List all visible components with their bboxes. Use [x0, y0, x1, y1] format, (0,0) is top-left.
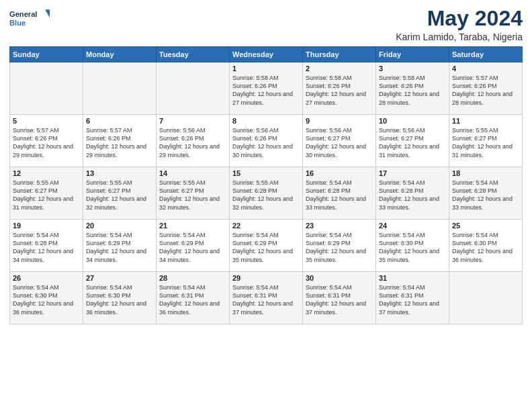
day-number: 7	[159, 117, 226, 125]
main-title: May 2024	[396, 7, 523, 30]
header: General Blue May 2024 Karim Lamido, Tara…	[9, 7, 523, 42]
cell-info: Sunrise: 5:54 AM Sunset: 6:31 PM Dayligh…	[379, 283, 446, 316]
calendar-cell: 16Sunrise: 5:54 AM Sunset: 6:28 PM Dayli…	[303, 167, 376, 220]
day-number: 8	[232, 117, 300, 125]
day-number: 3	[379, 64, 446, 73]
day-number: 18	[452, 169, 519, 177]
header-day-thursday: Thursday	[303, 47, 376, 62]
calendar-cell: 3Sunrise: 5:58 AM Sunset: 6:26 PM Daylig…	[376, 62, 449, 115]
calendar-cell: 25Sunrise: 5:54 AM Sunset: 6:30 PM Dayli…	[449, 220, 523, 272]
day-number: 10	[379, 117, 446, 125]
day-number: 1	[232, 64, 300, 73]
day-number: 16	[306, 169, 373, 177]
cell-info: Sunrise: 5:58 AM Sunset: 6:26 PM Dayligh…	[379, 74, 446, 107]
cell-info: Sunrise: 5:54 AM Sunset: 6:30 PM Dayligh…	[452, 231, 519, 264]
day-number: 24	[379, 222, 446, 230]
day-number: 28	[159, 274, 226, 282]
header-day-saturday: Saturday	[449, 47, 523, 62]
week-row-2: 5Sunrise: 5:57 AM Sunset: 6:26 PM Daylig…	[10, 115, 523, 167]
calendar-cell: 21Sunrise: 5:54 AM Sunset: 6:29 PM Dayli…	[157, 220, 230, 272]
calendar-cell: 29Sunrise: 5:54 AM Sunset: 6:31 PM Dayli…	[230, 272, 303, 324]
header-day-sunday: Sunday	[10, 47, 83, 62]
calendar-cell	[157, 62, 230, 115]
cell-info: Sunrise: 5:56 AM Sunset: 6:26 PM Dayligh…	[159, 126, 226, 159]
calendar-cell: 24Sunrise: 5:54 AM Sunset: 6:30 PM Dayli…	[376, 220, 449, 272]
calendar-table: SundayMondayTuesdayWednesdayThursdayFrid…	[9, 46, 523, 324]
calendar-cell: 14Sunrise: 5:55 AM Sunset: 6:27 PM Dayli…	[157, 167, 230, 220]
header-day-wednesday: Wednesday	[230, 47, 303, 62]
day-number: 23	[306, 222, 373, 230]
svg-marker-2	[45, 9, 50, 17]
svg-text:General: General	[9, 10, 37, 18]
calendar-cell: 23Sunrise: 5:54 AM Sunset: 6:29 PM Dayli…	[303, 220, 376, 272]
header-row: SundayMondayTuesdayWednesdayThursdayFrid…	[10, 47, 523, 62]
calendar-cell	[449, 272, 523, 324]
day-number: 11	[452, 117, 519, 125]
calendar-cell: 7Sunrise: 5:56 AM Sunset: 6:26 PM Daylig…	[157, 115, 230, 167]
cell-info: Sunrise: 5:54 AM Sunset: 6:30 PM Dayligh…	[13, 283, 80, 316]
day-number: 22	[232, 222, 300, 230]
day-number: 9	[306, 117, 373, 125]
week-row-1: 1Sunrise: 5:58 AM Sunset: 6:26 PM Daylig…	[10, 62, 523, 115]
cell-info: Sunrise: 5:54 AM Sunset: 6:30 PM Dayligh…	[379, 231, 446, 264]
header-day-friday: Friday	[376, 47, 449, 62]
cell-info: Sunrise: 5:54 AM Sunset: 6:31 PM Dayligh…	[232, 283, 300, 316]
cell-info: Sunrise: 5:54 AM Sunset: 6:29 PM Dayligh…	[232, 231, 300, 264]
day-number: 15	[232, 169, 300, 177]
week-row-3: 12Sunrise: 5:55 AM Sunset: 6:27 PM Dayli…	[10, 167, 523, 220]
calendar-cell: 15Sunrise: 5:55 AM Sunset: 6:28 PM Dayli…	[230, 167, 303, 220]
calendar-cell: 31Sunrise: 5:54 AM Sunset: 6:31 PM Dayli…	[376, 272, 449, 324]
page: General Blue May 2024 Karim Lamido, Tara…	[0, 0, 532, 411]
cell-info: Sunrise: 5:57 AM Sunset: 6:26 PM Dayligh…	[86, 126, 153, 159]
subtitle: Karim Lamido, Taraba, Nigeria	[396, 32, 523, 42]
calendar-cell	[83, 62, 157, 115]
cell-info: Sunrise: 5:57 AM Sunset: 6:26 PM Dayligh…	[13, 126, 80, 159]
day-number: 21	[159, 222, 226, 230]
cell-info: Sunrise: 5:54 AM Sunset: 6:29 PM Dayligh…	[159, 231, 226, 264]
cell-info: Sunrise: 5:55 AM Sunset: 6:28 PM Dayligh…	[232, 179, 300, 212]
calendar-cell: 26Sunrise: 5:54 AM Sunset: 6:30 PM Dayli…	[10, 272, 83, 324]
cell-info: Sunrise: 5:54 AM Sunset: 6:31 PM Dayligh…	[159, 283, 226, 316]
logo-svg: General Blue	[9, 7, 50, 31]
calendar-cell: 6Sunrise: 5:57 AM Sunset: 6:26 PM Daylig…	[83, 115, 157, 167]
calendar-cell: 10Sunrise: 5:56 AM Sunset: 6:27 PM Dayli…	[376, 115, 449, 167]
logo: General Blue	[9, 7, 50, 31]
day-number: 20	[86, 222, 153, 230]
cell-info: Sunrise: 5:58 AM Sunset: 6:26 PM Dayligh…	[232, 74, 300, 107]
cell-info: Sunrise: 5:54 AM Sunset: 6:28 PM Dayligh…	[379, 179, 446, 212]
day-number: 27	[86, 274, 153, 282]
day-number: 30	[306, 274, 373, 282]
calendar-cell: 28Sunrise: 5:54 AM Sunset: 6:31 PM Dayli…	[157, 272, 230, 324]
cell-info: Sunrise: 5:55 AM Sunset: 6:27 PM Dayligh…	[86, 179, 153, 212]
day-number: 31	[379, 274, 446, 282]
cell-info: Sunrise: 5:54 AM Sunset: 6:28 PM Dayligh…	[306, 179, 373, 212]
cell-info: Sunrise: 5:54 AM Sunset: 6:31 PM Dayligh…	[306, 283, 373, 316]
day-number: 25	[452, 222, 519, 230]
calendar-cell: 22Sunrise: 5:54 AM Sunset: 6:29 PM Dayli…	[230, 220, 303, 272]
cell-info: Sunrise: 5:58 AM Sunset: 6:26 PM Dayligh…	[306, 74, 373, 107]
week-row-5: 26Sunrise: 5:54 AM Sunset: 6:30 PM Dayli…	[10, 272, 523, 324]
cell-info: Sunrise: 5:54 AM Sunset: 6:30 PM Dayligh…	[86, 283, 153, 316]
calendar-cell: 11Sunrise: 5:55 AM Sunset: 6:27 PM Dayli…	[449, 115, 523, 167]
cell-info: Sunrise: 5:56 AM Sunset: 6:27 PM Dayligh…	[306, 126, 373, 159]
day-number: 19	[13, 222, 80, 230]
calendar-cell: 18Sunrise: 5:54 AM Sunset: 6:28 PM Dayli…	[449, 167, 523, 220]
day-number: 5	[13, 117, 80, 125]
day-number: 17	[379, 169, 446, 177]
day-number: 4	[452, 64, 519, 73]
calendar-body: 1Sunrise: 5:58 AM Sunset: 6:26 PM Daylig…	[10, 62, 523, 324]
calendar-cell: 8Sunrise: 5:56 AM Sunset: 6:26 PM Daylig…	[230, 115, 303, 167]
cell-info: Sunrise: 5:55 AM Sunset: 6:27 PM Dayligh…	[159, 179, 226, 212]
calendar-cell: 12Sunrise: 5:55 AM Sunset: 6:27 PM Dayli…	[10, 167, 83, 220]
title-block: May 2024 Karim Lamido, Taraba, Nigeria	[396, 7, 523, 42]
cell-info: Sunrise: 5:56 AM Sunset: 6:27 PM Dayligh…	[379, 126, 446, 159]
day-number: 12	[13, 169, 80, 177]
calendar-cell: 2Sunrise: 5:58 AM Sunset: 6:26 PM Daylig…	[303, 62, 376, 115]
day-number: 14	[159, 169, 226, 177]
calendar-cell: 30Sunrise: 5:54 AM Sunset: 6:31 PM Dayli…	[303, 272, 376, 324]
cell-info: Sunrise: 5:54 AM Sunset: 6:28 PM Dayligh…	[13, 231, 80, 264]
calendar-cell	[10, 62, 83, 115]
cell-info: Sunrise: 5:55 AM Sunset: 6:27 PM Dayligh…	[452, 126, 519, 159]
cell-info: Sunrise: 5:54 AM Sunset: 6:29 PM Dayligh…	[86, 231, 153, 264]
header-day-tuesday: Tuesday	[157, 47, 230, 62]
